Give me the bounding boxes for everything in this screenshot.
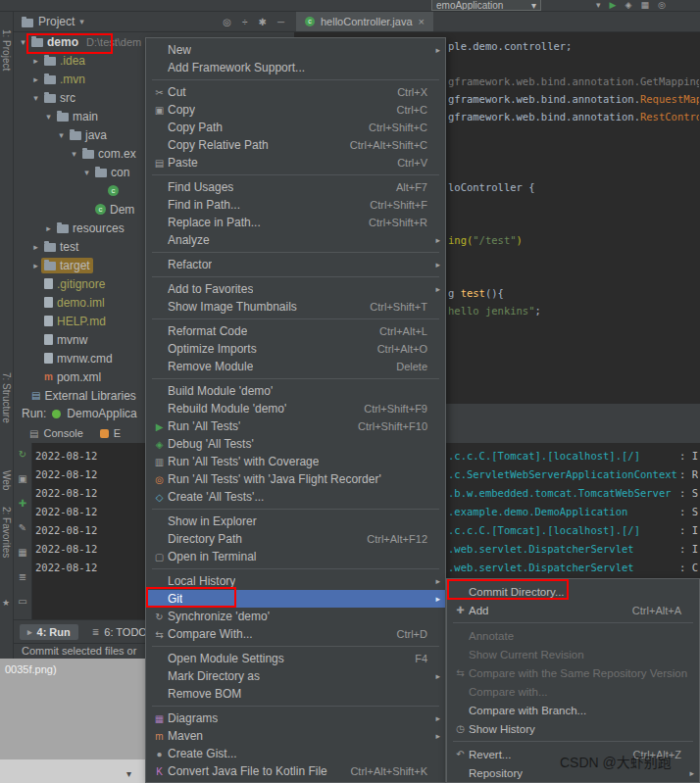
- context-menu-item-cut[interactable]: ✂CutCtrl+X: [146, 83, 445, 101]
- toolbar-icon[interactable]: ▦: [640, 0, 649, 11]
- toolbar-icon[interactable]: ◈: [625, 0, 631, 11]
- context-menu-item-replace-in-path[interactable]: Replace in Path...Ctrl+Shift+R: [146, 214, 445, 231]
- git-submenu-item-show-current-revision[interactable]: Show Current Revision: [447, 645, 699, 663]
- context-menu-item-synchronize-demo[interactable]: ↻Synchronize 'demo': [146, 608, 445, 625]
- tree-item[interactable]: mpom.xml: [14, 367, 145, 386]
- run-config-tab[interactable]: DemoApplica: [67, 407, 136, 420]
- tree-item[interactable]: ▤External Libraries: [14, 386, 145, 404]
- run-toolbar-icon[interactable]: ≣: [14, 565, 31, 590]
- tree-arrow-icon[interactable]: ▾: [43, 112, 54, 122]
- context-menu-item-show-in-explorer[interactable]: Show in Explorer: [146, 513, 445, 530]
- tree-arrow-icon[interactable]: ▸: [30, 56, 41, 66]
- stripe-label[interactable]: 7: Structure: [1, 372, 12, 423]
- git-submenu-item-add[interactable]: ✚AddCtrl+Alt+A: [447, 601, 699, 619]
- context-menu-item-remove-module[interactable]: Remove ModuleDelete: [146, 358, 445, 375]
- context-menu-item-show-image-thumbnails[interactable]: Show Image ThumbnailsCtrl+Shift+T: [146, 298, 445, 316]
- editor-tab[interactable]: c helloController.java ×: [296, 12, 433, 31]
- context-menu-item-find-in-path[interactable]: Find in Path...Ctrl+Shift+F: [146, 196, 445, 214]
- tree-item[interactable]: ▸test: [14, 237, 145, 256]
- hide-icon[interactable]: ─: [277, 17, 284, 27]
- context-menu-item-copy[interactable]: ▣CopyCtrl+C: [146, 101, 445, 119]
- tree-item[interactable]: c: [14, 181, 145, 200]
- run-toolbar-icon[interactable]: ▣: [14, 467, 31, 492]
- tab-run[interactable]: ▸ 4: Run: [20, 624, 78, 640]
- context-menu-item-rebuild-module-demo[interactable]: Rebuild Module 'demo'Ctrl+Shift+F9: [146, 400, 445, 417]
- tree-item[interactable]: ▾main: [14, 107, 145, 125]
- context-menu-item-new[interactable]: New▸: [146, 41, 445, 59]
- git-submenu-item-compare-with-the-same-repository-version[interactable]: ⇆Compare with the Same Repository Versio…: [447, 663, 699, 682]
- context-menu-item-mark-directory-as[interactable]: Mark Directory as▸: [146, 667, 445, 685]
- context-menu-item-paste[interactable]: ▤PasteCtrl+V: [146, 154, 445, 171]
- context-menu-item-git[interactable]: Git▸: [146, 590, 445, 608]
- tree-item[interactable]: mvnw: [14, 330, 145, 349]
- tree-item[interactable]: ▾com.ex: [14, 144, 145, 163]
- close-icon[interactable]: ×: [419, 16, 425, 27]
- context-menu-item-open-in-terminal[interactable]: ▢Open in Terminal: [146, 548, 445, 565]
- context-menu-item-add-to-favorites[interactable]: Add to Favorites▸: [146, 280, 445, 298]
- context-menu-item-remove-bom[interactable]: Remove BOM: [146, 685, 445, 703]
- context-menu-item-refactor[interactable]: Refactor▸: [146, 256, 445, 273]
- tree-arrow-icon[interactable]: ▸: [30, 261, 41, 270]
- locate-icon[interactable]: ◎: [223, 17, 231, 27]
- git-submenu-item-show-history[interactable]: ◷Show History: [447, 719, 699, 738]
- tree-item[interactable]: ▸resources: [14, 219, 145, 237]
- tree-arrow-icon[interactable]: ▾: [18, 37, 28, 47]
- tree-item[interactable]: ▾demoD:\test\dem: [14, 32, 145, 51]
- tree-item[interactable]: mvnw.cmd: [14, 349, 145, 367]
- run-toolbar-icon[interactable]: ✚: [14, 492, 31, 516]
- toolbar-icon[interactable]: ◎: [658, 0, 666, 11]
- favorites-star-icon[interactable]: ★: [2, 598, 10, 608]
- tree-arrow-icon[interactable]: ▾: [81, 168, 92, 177]
- chevron-down-icon[interactable]: ▾: [79, 17, 84, 26]
- stripe-label[interactable]: 2: Favorites: [1, 507, 12, 558]
- tree-arrow-icon[interactable]: ▾: [69, 149, 79, 159]
- tree-item[interactable]: ▸.mvn: [14, 70, 145, 88]
- context-menu-item-optimize-imports[interactable]: Optimize ImportsCtrl+Alt+O: [146, 340, 445, 358]
- context-menu-item-diagrams[interactable]: ▦Diagrams▸: [146, 710, 445, 727]
- tree-item[interactable]: ▾src: [14, 88, 145, 107]
- tree-item[interactable]: ▾java: [14, 125, 145, 144]
- context-menu-item-maven[interactable]: mMaven▸: [146, 727, 445, 745]
- tree-item[interactable]: .gitignore: [14, 274, 145, 293]
- tree-arrow-icon[interactable]: ▸: [43, 223, 54, 233]
- git-submenu-item-commit-directory[interactable]: Commit Directory...: [447, 582, 699, 601]
- toolbar-icon[interactable]: ▶: [610, 0, 617, 11]
- context-menu-item-copy-path[interactable]: Copy PathCtrl+Shift+C: [146, 119, 445, 136]
- context-menu-item-add-framework-support[interactable]: Add Framework Support...: [146, 59, 445, 76]
- scroll-chevron-icon[interactable]: ▾: [126, 768, 131, 779]
- context-menu-item-create-gist[interactable]: ●Create Gist...: [146, 745, 445, 762]
- context-menu-item-run-all-tests-with-java-flight-recorder[interactable]: ◎Run 'All Tests' with 'Java Flight Recor…: [146, 470, 445, 488]
- tree-arrow-icon[interactable]: ▾: [30, 93, 41, 103]
- git-submenu-item-annotate[interactable]: Annotate: [447, 626, 699, 645]
- context-menu-item-copy-relative-path[interactable]: Copy Relative PathCtrl+Alt+Shift+C: [146, 136, 445, 154]
- context-menu-item-open-module-settings[interactable]: Open Module SettingsF4: [146, 650, 445, 667]
- run-configuration-select[interactable]: emoApplication ▾: [431, 0, 541, 11]
- context-menu-item-analyze[interactable]: Analyze▸: [146, 231, 445, 249]
- tab-console[interactable]: Console: [43, 427, 82, 439]
- tree-arrow-icon[interactable]: ▸: [30, 242, 41, 252]
- tree-item[interactable]: ▸target: [14, 256, 145, 274]
- tree-item[interactable]: demo.iml: [14, 293, 145, 312]
- stripe-label[interactable]: 1: Project: [1, 29, 12, 71]
- tree-item[interactable]: cDem: [14, 200, 145, 219]
- tree-arrow-icon[interactable]: ▸: [30, 74, 41, 84]
- run-toolbar-icon[interactable]: ↻: [14, 443, 31, 467]
- stripe-label[interactable]: Web: [1, 470, 12, 490]
- context-menu-item-convert-java-file-to-kotlin-file[interactable]: KConvert Java File to Kotlin FileCtrl+Al…: [146, 762, 445, 780]
- tree-item[interactable]: ▾con: [14, 163, 145, 181]
- context-menu-item-reformat-code[interactable]: Reformat CodeCtrl+Alt+L: [146, 322, 445, 340]
- run-toolbar-icon[interactable]: ✎: [14, 516, 31, 541]
- git-submenu-item-compare-with[interactable]: Compare with...: [447, 682, 699, 701]
- tree-item[interactable]: HELP.md: [14, 312, 145, 330]
- context-menu-item-directory-path[interactable]: Directory PathCtrl+Alt+F12: [146, 530, 445, 548]
- run-toolbar-icon[interactable]: ▦: [14, 541, 31, 565]
- settings-icon[interactable]: ✱: [259, 17, 267, 27]
- tree-arrow-icon[interactable]: ▾: [56, 130, 67, 140]
- tree-item[interactable]: ▸.idea: [14, 51, 145, 70]
- context-menu-item-run-all-tests[interactable]: ▶Run 'All Tests'Ctrl+Shift+F10: [146, 417, 445, 435]
- git-submenu-item-compare-with-branch[interactable]: Compare with Branch...: [447, 701, 699, 719]
- collapse-all-icon[interactable]: ÷: [242, 17, 248, 27]
- tab-endpoints[interactable]: E: [114, 427, 121, 439]
- context-menu-item-run-all-tests-with-coverage[interactable]: ▥Run 'All Tests' with Coverage: [146, 453, 445, 470]
- context-menu-item-debug-all-tests[interactable]: ◈Debug 'All Tests': [146, 435, 445, 453]
